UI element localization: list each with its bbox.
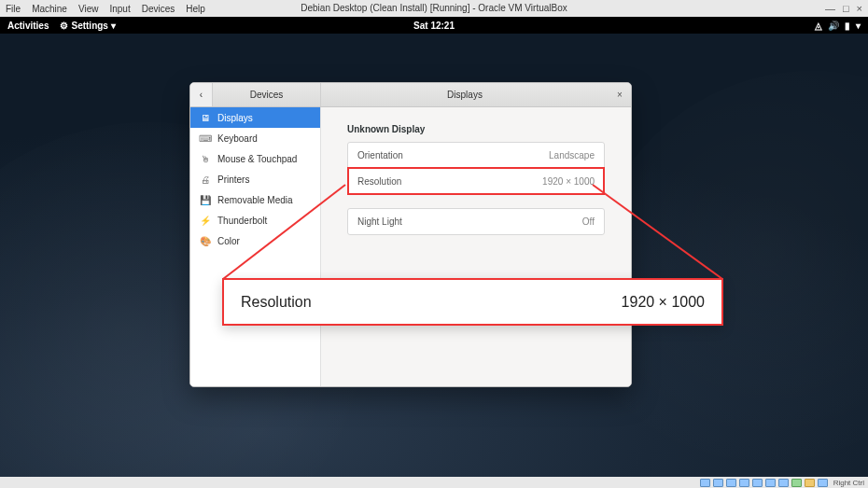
clock[interactable]: Sat 12:21: [413, 21, 455, 31]
vbox-shared-folder-icon[interactable]: [765, 479, 776, 487]
sidebar-item-label: Removable Media: [217, 195, 293, 205]
vbox-window-buttons: — □ ×: [825, 0, 862, 17]
vbox-usb-icon[interactable]: [752, 479, 763, 487]
sidebar-item-keyboard[interactable]: ⌨ Keyboard: [190, 128, 320, 148]
resolution-row[interactable]: Resolution 1920 × 1000: [348, 168, 604, 194]
gnome-settings-window: ‹ Devices Displays × 🖥 Displays ⌨ Keyboa…: [189, 82, 632, 387]
network-icon[interactable]: ◬: [815, 21, 822, 31]
night-light-row[interactable]: Night Light Off: [348, 209, 604, 234]
vbox-menu-machine[interactable]: Machine: [32, 4, 67, 14]
sidebar-item-displays[interactable]: 🖥 Displays: [190, 107, 320, 128]
vbox-close-button[interactable]: ×: [857, 3, 862, 14]
vbox-window-title: Debian Desktop (Clean Install) [Running]…: [301, 0, 567, 17]
callout-label: Resolution: [241, 294, 312, 311]
back-button[interactable]: ‹: [190, 83, 213, 106]
resolution-value: 1920 × 1000: [542, 176, 595, 187]
night-light-label: Night Light: [357, 216, 402, 227]
vbox-menu-devices[interactable]: Devices: [142, 4, 175, 14]
color-icon: 🎨: [200, 236, 211, 246]
displays-panel: Unknown Display Orientation Landscape Re…: [321, 107, 631, 386]
vbox-menu-view[interactable]: View: [78, 4, 99, 14]
sidebar-title: Devices: [213, 83, 321, 106]
display-settings-group: Orientation Landscape Resolution 1920 × …: [347, 142, 605, 195]
vbox-host-key-label: Right Ctrl: [833, 479, 864, 487]
sidebar-item-label: Displays: [217, 113, 253, 123]
vbox-recording-icon[interactable]: [791, 479, 802, 487]
vbox-cpu-icon[interactable]: [805, 479, 815, 487]
printer-icon: 🖨: [200, 174, 211, 185]
callout-value: 1920 × 1000: [622, 294, 705, 311]
vbox-mouse-integration-icon[interactable]: [818, 479, 828, 487]
settings-sidebar: 🖥 Displays ⌨ Keyboard 🖱 Mouse & Touchpad…: [190, 107, 321, 386]
sidebar-item-label: Thunderbolt: [217, 216, 267, 226]
battery-icon[interactable]: ▮: [845, 21, 850, 31]
display-icon: 🖥: [200, 113, 211, 123]
sidebar-item-label: Printers: [217, 174, 249, 185]
removable-media-icon: 💾: [200, 195, 211, 205]
orientation-row[interactable]: Orientation Landscape: [348, 143, 604, 168]
vbox-menu-file[interactable]: File: [6, 4, 21, 14]
settings-icon: ⚙: [60, 21, 68, 31]
sidebar-item-color[interactable]: 🎨 Color: [190, 230, 320, 251]
sidebar-item-removable[interactable]: 💾 Removable Media: [190, 189, 320, 210]
orientation-label: Orientation: [357, 150, 403, 160]
panel-title: Displays: [321, 83, 609, 106]
current-app-indicator[interactable]: ⚙ Settings ▾: [60, 21, 115, 31]
keyboard-icon: ⌨: [200, 133, 211, 144]
night-light-value: Off: [582, 216, 595, 227]
vbox-audio-icon[interactable]: [726, 479, 736, 487]
power-menu-icon[interactable]: ▾: [856, 21, 861, 31]
dialog-header: ‹ Devices Displays ×: [190, 83, 631, 107]
vbox-menu-help[interactable]: Help: [186, 4, 205, 14]
chevron-down-icon: ▾: [111, 21, 116, 31]
resolution-callout: Resolution 1920 × 1000: [222, 278, 723, 326]
vbox-minimize-button[interactable]: —: [825, 3, 835, 14]
vbox-maximize-button[interactable]: □: [843, 3, 849, 14]
current-app-label: Settings: [71, 21, 107, 31]
vbox-menu-input[interactable]: Input: [109, 4, 130, 14]
vbox-statusbar: Right Ctrl: [0, 477, 868, 488]
display-name-heading: Unknown Display: [347, 124, 605, 134]
dialog-close-button[interactable]: ×: [609, 83, 631, 106]
vbox-display-icon[interactable]: [778, 479, 789, 487]
vbox-network-icon[interactable]: [739, 479, 749, 487]
thunderbolt-icon: ⚡: [200, 216, 211, 226]
vbox-hdd-icon[interactable]: [700, 479, 710, 487]
sidebar-item-label: Mouse & Touchpad: [217, 154, 297, 164]
sidebar-item-label: Keyboard: [217, 133, 258, 144]
mouse-icon: 🖱: [200, 154, 211, 164]
sidebar-item-label: Color: [217, 236, 240, 246]
sidebar-item-mouse[interactable]: 🖱 Mouse & Touchpad: [190, 148, 320, 169]
sidebar-item-thunderbolt[interactable]: ⚡ Thunderbolt: [190, 210, 320, 230]
volume-icon[interactable]: 🔊: [828, 21, 839, 31]
night-light-group: Night Light Off: [347, 208, 605, 235]
sidebar-item-printers[interactable]: 🖨 Printers: [190, 169, 320, 189]
vbox-optical-icon[interactable]: [713, 479, 723, 487]
resolution-label: Resolution: [357, 176, 401, 187]
activities-button[interactable]: Activities: [7, 21, 49, 31]
gnome-topbar: Activities ⚙ Settings ▾ Sat 12:21 ◬ 🔊 ▮ …: [0, 17, 868, 34]
orientation-value: Landscape: [549, 150, 595, 160]
